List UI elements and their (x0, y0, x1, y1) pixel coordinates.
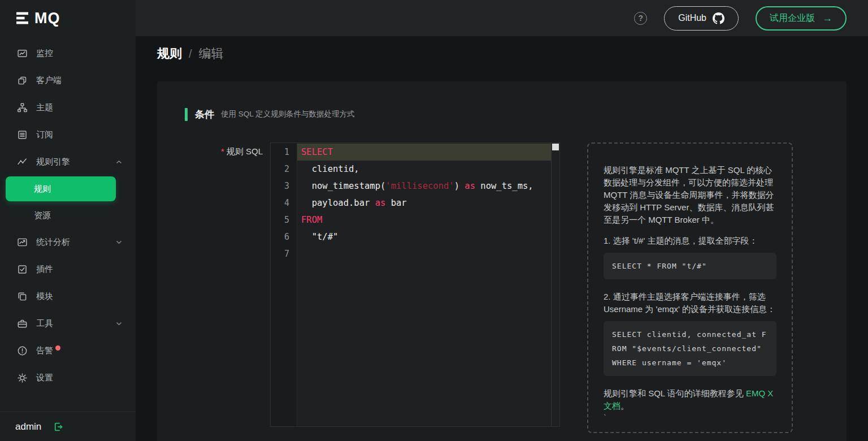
help-footer-text: 规则引擎和 SQL 语句的详细教程参见 (604, 388, 746, 398)
sidebar-item-settings[interactable]: 设置 (0, 364, 136, 391)
sidebar-subitem-label: 规则 (34, 184, 51, 194)
help-example1-code: SELECT * FROM "t/#" (604, 253, 776, 279)
chevron-down-icon (115, 319, 123, 328)
stray-backtick: ` (604, 412, 776, 423)
line-number: 3 (271, 178, 297, 194)
sidebar-item-alerts[interactable]: 告警 (0, 337, 136, 364)
sidebar-item-rule-engine[interactable]: 规则引擎 (0, 148, 136, 175)
alert-badge-dot (55, 345, 60, 351)
required-mark: * (221, 146, 224, 156)
sidebar-item-analytics[interactable]: 统计分析 (0, 228, 136, 256)
arrow-right-icon: → (822, 13, 832, 23)
code-line-1: SELECT (297, 144, 551, 161)
rule-edit-card: 条件 使用 SQL 定义规则条件与数据处理方式 *规则 SQL 1234567 … (157, 81, 847, 441)
editor-gutter: 1234567 (271, 143, 297, 426)
sidebar-item-clients[interactable]: 客户端 (0, 67, 136, 94)
sidebar-nav: 监控客户端主题订阅规则引擎规则资源统计分析插件模块工具告警设置 (0, 36, 136, 391)
settings-icon (17, 373, 28, 383)
sidebar-item-tools[interactable]: 工具 (0, 310, 136, 337)
logo-text: MQ (34, 11, 60, 26)
sidebar-item-topics[interactable]: 主题 (0, 94, 136, 121)
code-line-5: FROM (297, 211, 551, 228)
rule-sql-label: *规则 SQL (157, 142, 263, 161)
analytics-icon (17, 237, 28, 248)
rule-sql-form-row: *规则 SQL 1234567 SELECT clientid, now_tim… (157, 142, 847, 433)
help-footer: 规则引擎和 SQL 语句的详细教程参见 EMQ X 文档。 (604, 387, 776, 412)
breadcrumb-page: 编辑 (199, 45, 224, 62)
rule-engine-icon (17, 157, 28, 167)
clients-icon (17, 75, 28, 86)
sidebar-item-label: 工具 (36, 318, 53, 329)
tools-icon (17, 318, 28, 329)
rule-engine-help-panel: 规则引擎是标准 MQTT 之上基于 SQL 的核心数据处理与分发组件，可以方便的… (587, 142, 793, 433)
sidebar-item-modules[interactable]: 模块 (0, 283, 136, 310)
accent-bar (185, 108, 188, 121)
code-line-6: "t/#" (297, 228, 551, 245)
chevron-down-icon (115, 238, 123, 247)
github-icon (713, 12, 724, 24)
sidebar-item-label: 统计分析 (36, 237, 70, 248)
chevron-up-icon (115, 158, 123, 166)
sidebar-subitem-rules[interactable]: 规则 (6, 176, 116, 201)
sidebar-footer: admin (0, 412, 136, 441)
rule-sql-label-text: 规则 SQL (227, 146, 263, 156)
line-number: 5 (271, 211, 297, 228)
code-line-3: now_timestamp('millisecond') as now_ts_m… (297, 178, 551, 194)
main-area: ? GitHub 试用企业版 → 规则 / 编辑 (136, 0, 868, 441)
sidebar-item-label: 订阅 (36, 129, 53, 140)
sidebar-item-label: 客户端 (36, 75, 62, 86)
sidebar-item-label: 规则引擎 (36, 157, 70, 167)
monitor-icon (17, 48, 28, 59)
enterprise-trial-button[interactable]: 试用企业版 → (756, 6, 847, 31)
subscriptions-icon (17, 129, 28, 140)
help-footer-suffix: 。 (620, 401, 629, 410)
section-title: 条件 (195, 108, 214, 121)
section-subtitle: 使用 SQL 定义规则条件与数据处理方式 (221, 109, 355, 119)
code-line-4: payload.bar as bar (297, 194, 551, 211)
sidebar-item-label: 设置 (36, 373, 53, 383)
question-circle-icon[interactable]: ? (634, 12, 647, 25)
editor-code-area: SELECT clientid, now_timestamp('millisec… (297, 143, 551, 426)
breadcrumb: 规则 / 编辑 (157, 43, 847, 64)
github-button[interactable]: GitHub (664, 6, 739, 31)
alerts-icon (17, 345, 28, 356)
line-number: 4 (271, 194, 297, 211)
username: admin (15, 421, 41, 433)
help-example1-label: 1. 选择 't/#' 主题的消息，提取全部字段： (604, 235, 776, 247)
sidebar-item-subscriptions[interactable]: 订阅 (0, 121, 136, 148)
emq-logo[interactable]: MQ (0, 0, 136, 36)
code-line-7 (297, 245, 551, 262)
github-button-label: GitHub (678, 13, 706, 23)
help-example2-label: 2. 通过事件主题选择客户端连接事件，筛选 Username 为 'emqx' … (604, 291, 776, 315)
sidebar-item-label: 主题 (36, 102, 53, 113)
condition-section-header: 条件 使用 SQL 定义规则条件与数据处理方式 (185, 107, 847, 121)
editor-scrollbar[interactable] (551, 143, 559, 426)
sidebar-item-label: 插件 (36, 264, 53, 275)
sidebar-subitem-label: 资源 (34, 210, 51, 221)
sidebar-item-label: 告警 (36, 345, 53, 356)
modules-icon (17, 291, 28, 302)
sql-code-editor[interactable]: 1234567 SELECT clientid, now_timestamp('… (270, 142, 560, 427)
breadcrumb-separator: / (189, 47, 192, 60)
help-example2-code: SELECT clientid, connected_at FROM "$eve… (604, 321, 776, 376)
topics-icon (17, 102, 28, 113)
plugins-icon (17, 264, 28, 275)
sidebar-item-label: 监控 (36, 48, 53, 59)
line-number: 1 (271, 144, 297, 161)
code-line-2: clientid, (297, 161, 551, 178)
sidebar-item-plugins[interactable]: 插件 (0, 256, 136, 283)
line-number: 2 (271, 161, 297, 178)
help-intro-text: 规则引擎是标准 MQTT 之上基于 SQL 的核心数据处理与分发组件，可以方便的… (604, 164, 776, 226)
app-root: MQ 监控客户端主题订阅规则引擎规则资源统计分析插件模块工具告警设置 admin… (0, 0, 868, 441)
sidebar-item-monitoring[interactable]: 监控 (0, 40, 136, 67)
sidebar-item-label: 模块 (36, 291, 53, 302)
editor-scrollbar-thumb[interactable] (552, 144, 559, 150)
topbar: ? GitHub 试用企业版 → (136, 0, 868, 36)
page-content: 规则 / 编辑 条件 使用 SQL 定义规则条件与数据处理方式 *规则 SQL … (136, 36, 868, 441)
line-number: 7 (271, 245, 297, 262)
logout-icon[interactable] (53, 421, 64, 433)
sidebar: MQ 监控客户端主题订阅规则引擎规则资源统计分析插件模块工具告警设置 admin (0, 0, 136, 441)
sidebar-subitem-resources[interactable]: 资源 (0, 202, 136, 228)
enterprise-trial-label: 试用企业版 (770, 12, 815, 24)
breadcrumb-section[interactable]: 规则 (157, 45, 182, 62)
